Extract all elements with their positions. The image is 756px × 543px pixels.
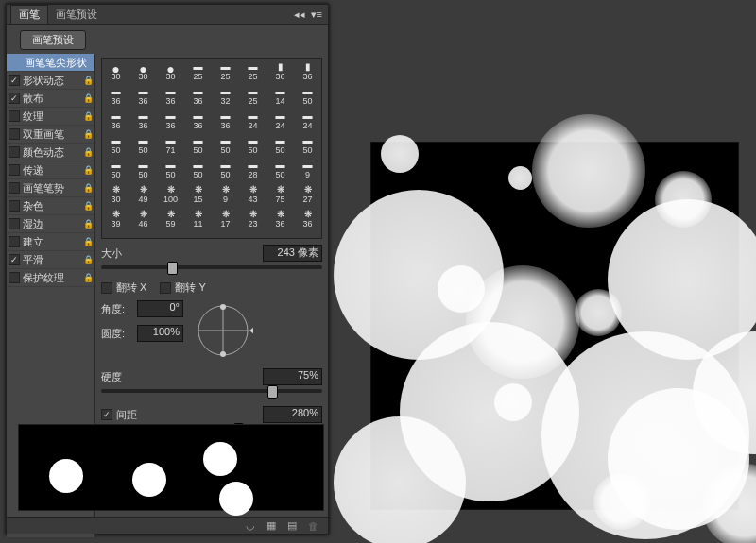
roundness-value[interactable]: 100% (137, 325, 183, 342)
brush-cell[interactable]: ▬36 (157, 108, 184, 132)
option-checkbox[interactable] (9, 93, 20, 104)
brush-cell[interactable]: ❋15 (184, 181, 212, 206)
brush-cell[interactable]: ▬25 (212, 59, 239, 83)
flipx-checkbox[interactable] (101, 282, 112, 294)
brush-cell[interactable]: ▬24 (294, 108, 321, 132)
brush-cell[interactable]: ▬36 (102, 83, 129, 108)
option-checkbox[interactable] (9, 236, 20, 247)
brush-cell[interactable]: ▬50 (102, 157, 129, 181)
brush-cell[interactable]: ▬50 (157, 157, 184, 181)
option-0[interactable]: 画笔笔尖形状 (7, 54, 94, 72)
brush-cell[interactable]: ❋43 (239, 181, 266, 206)
size-value[interactable]: 243 像素 (263, 245, 322, 262)
option-checkbox[interactable] (9, 128, 20, 140)
lock-icon[interactable]: 🔒 (83, 111, 93, 121)
brush-cell[interactable]: ▬36 (129, 108, 157, 132)
option-11[interactable]: 平滑🔒 (7, 251, 94, 269)
brush-cell[interactable]: ❋36 (266, 206, 294, 230)
trash-icon[interactable]: 🗑 (308, 520, 318, 532)
angle-widget[interactable] (193, 300, 253, 361)
lock-icon[interactable]: 🔒 (83, 129, 93, 139)
option-6[interactable]: 传递🔒 (7, 161, 94, 179)
option-7[interactable]: 画笔笔势🔒 (7, 179, 94, 197)
brush-presets-button[interactable]: 画笔预设 (20, 30, 86, 50)
brush-cell[interactable]: ▬50 (102, 132, 129, 157)
option-8[interactable]: 杂色🔒 (7, 197, 94, 215)
option-3[interactable]: 纹理🔒 (7, 108, 94, 126)
option-checkbox[interactable] (9, 272, 20, 283)
brush-cell[interactable]: ▬50 (129, 157, 157, 181)
brush-cell[interactable]: ❋49 (129, 181, 157, 206)
option-4[interactable]: 双重画笔🔒 (7, 126, 94, 144)
option-checkbox[interactable] (9, 182, 20, 194)
brush-cell[interactable]: ❋9 (212, 181, 239, 206)
brush-cell[interactable]: ▬50 (266, 132, 294, 157)
spacing-value[interactable]: 280% (263, 406, 322, 423)
brush-cell[interactable]: ❋27 (294, 181, 321, 206)
brush-cell[interactable]: ▬50 (266, 157, 294, 181)
brush-cell[interactable]: ▬50 (184, 157, 212, 181)
lock-icon[interactable]: 🔒 (83, 219, 93, 229)
brush-cell[interactable]: ❋75 (266, 181, 294, 206)
brush-cell[interactable]: ▬71 (157, 132, 184, 157)
brush-cell[interactable]: ▬25 (239, 83, 266, 108)
brush-cell[interactable]: ❋59 (157, 206, 184, 230)
brush-cell[interactable]: ▬24 (266, 108, 294, 132)
flipy-checkbox[interactable] (160, 282, 171, 294)
brush-cell[interactable]: ❋17 (212, 206, 239, 230)
brush-cell[interactable]: ▬50 (184, 132, 212, 157)
option-checkbox[interactable] (9, 146, 20, 158)
option-10[interactable]: 建立🔒 (7, 233, 94, 251)
option-checkbox[interactable] (9, 110, 20, 122)
lock-icon[interactable]: 🔒 (83, 255, 93, 264)
option-checkbox[interactable] (9, 164, 20, 176)
option-5[interactable]: 颜色动态🔒 (7, 144, 94, 161)
lock-icon[interactable]: 🔒 (83, 76, 93, 85)
collapse-icon[interactable]: ◂◂ (294, 8, 305, 21)
brush-cell[interactable]: ▬50 (129, 132, 157, 157)
brush-cell[interactable]: ●30 (129, 59, 157, 83)
brush-cell[interactable]: ▬50 (294, 132, 321, 157)
brush-cell[interactable]: ●30 (157, 59, 184, 83)
lock-icon[interactable]: 🔒 (83, 201, 93, 211)
size-slider[interactable] (101, 265, 322, 269)
brush-cell[interactable]: ▬9 (294, 157, 321, 181)
hardness-slider[interactable] (101, 389, 322, 393)
option-checkbox[interactable] (9, 75, 20, 86)
brush-cell[interactable]: ▬36 (184, 108, 212, 132)
option-checkbox[interactable] (9, 254, 20, 265)
brush-cell[interactable]: ▬36 (129, 83, 157, 108)
option-1[interactable]: 形状动态🔒 (7, 72, 94, 90)
option-9[interactable]: 湿边🔒 (7, 215, 94, 233)
brush-cell[interactable]: ▬50 (294, 83, 321, 108)
lock-icon[interactable]: 🔒 (83, 237, 93, 246)
lock-icon[interactable]: 🔒 (83, 165, 93, 175)
brush-cell[interactable]: ❋30 (102, 181, 129, 206)
option-checkbox[interactable] (9, 200, 20, 212)
brush-cell[interactable]: ▬36 (102, 108, 129, 132)
brush-cell[interactable]: ▬50 (212, 157, 239, 181)
brush-cell[interactable]: ❋100 (157, 181, 184, 206)
option-2[interactable]: 散布🔒 (7, 90, 94, 108)
brush-cell[interactable]: ❋11 (184, 206, 212, 230)
brush-cell[interactable]: ▬36 (184, 83, 212, 108)
brush-cell[interactable]: ▮36 (294, 59, 321, 83)
menu-icon[interactable]: ▾≡ (311, 8, 322, 21)
brush-cell[interactable]: ▬25 (239, 59, 266, 83)
lock-icon[interactable]: 🔒 (83, 93, 93, 103)
brush-cell[interactable]: ▮36 (266, 59, 294, 83)
brush-cell[interactable]: ▬28 (239, 157, 266, 181)
brush-grid[interactable]: ●30●30●30▬25▬25▬25▮36▮36▬36▬36▬36▬36▬32▬… (101, 58, 322, 239)
brush-cell[interactable]: ▬32 (212, 83, 239, 108)
brush-cell[interactable]: ▬50 (239, 132, 266, 157)
grid-icon[interactable]: ▦ (266, 519, 276, 532)
brush-cell[interactable]: ❋23 (239, 206, 266, 230)
brush-cell[interactable]: ●30 (102, 59, 129, 83)
tab-brush[interactable]: 画笔 (10, 5, 48, 24)
brush-cell[interactable]: ❋46 (129, 206, 157, 230)
brush-cell[interactable]: ▬24 (239, 108, 266, 132)
option-12[interactable]: 保护纹理🔒 (7, 269, 94, 287)
lock-icon[interactable]: 🔒 (83, 183, 93, 193)
toggle-icon[interactable]: ◡ (246, 519, 255, 532)
option-checkbox[interactable] (9, 218, 20, 229)
